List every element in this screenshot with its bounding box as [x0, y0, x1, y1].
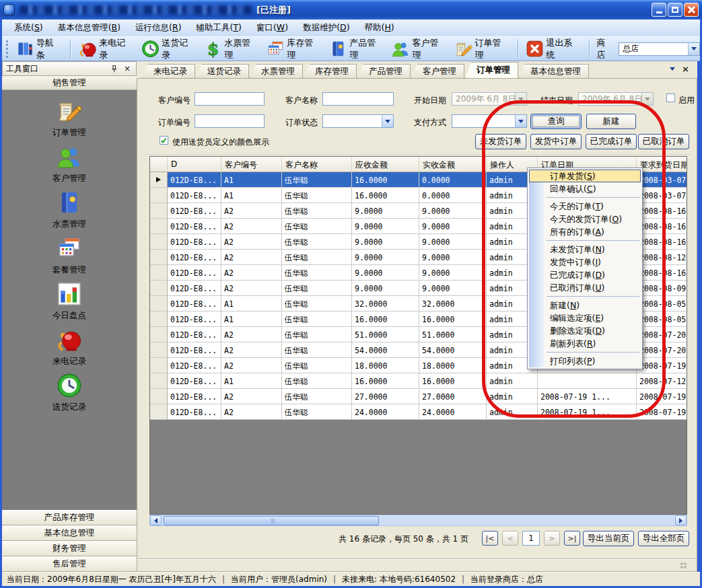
order-status-select[interactable]: [322, 114, 394, 128]
maximize-button[interactable]: [668, 3, 682, 17]
table-cell[interactable]: 2008-07-19 1...: [538, 389, 637, 404]
table-cell[interactable]: 伍华聪: [282, 296, 352, 311]
toolbar-button-dollar[interactable]: $水票管理: [201, 36, 262, 63]
context-menu-item[interactable]: 今天的发货订单(O): [529, 213, 641, 225]
table-cell[interactable]: 012D-E8...: [168, 265, 221, 281]
menubar-item[interactable]: 基本信息管理(B): [51, 20, 127, 36]
tab-delivery-records[interactable]: 送货记录: [196, 64, 249, 78]
row-selector-cell[interactable]: [150, 327, 168, 342]
table-cell[interactable]: 9.0000: [419, 265, 487, 281]
table-cell[interactable]: 51.0000: [352, 327, 419, 342]
end-date-picker[interactable]: 2009年 6月 8日: [578, 92, 654, 106]
table-cell[interactable]: 18.0000: [352, 358, 419, 373]
table-cell[interactable]: 9.0000: [419, 219, 487, 234]
status-filter-button-3[interactable]: 已取消订单: [638, 134, 689, 149]
close-tab-icon[interactable]: ×: [682, 64, 689, 74]
horizontal-scrollbar[interactable]: [149, 515, 687, 526]
export-all-pages-button[interactable]: 导出全部页: [638, 531, 689, 546]
chevron-down-icon[interactable]: [670, 67, 675, 71]
table-column-header[interactable]: 客户名称: [282, 157, 352, 172]
table-cell[interactable]: 24.0000: [352, 404, 419, 420]
sidebar-item-book[interactable]: 水票管理: [52, 190, 86, 230]
table-cell[interactable]: 012D-E8...: [168, 389, 221, 404]
table-cell[interactable]: 012D-E8...: [168, 327, 221, 342]
table-cell[interactable]: 伍华聪: [282, 188, 352, 203]
context-menu-item[interactable]: 已完成订单(D): [529, 268, 641, 281]
table-cell[interactable]: 012D-E8...: [168, 250, 221, 265]
toolbar-button-calendar[interactable]: 库存管理: [263, 36, 324, 63]
table-cell[interactable]: A1: [221, 311, 282, 327]
table-cell[interactable]: 伍华聪: [282, 250, 352, 265]
query-button[interactable]: 查询: [530, 114, 582, 129]
chevron-down-icon[interactable]: [515, 93, 526, 105]
table-cell[interactable]: 012D-E8...: [168, 373, 221, 389]
table-cell[interactable]: A1: [221, 172, 282, 188]
table-cell[interactable]: 16.0000: [352, 373, 419, 389]
table-cell[interactable]: 012D-E8...: [168, 342, 221, 358]
table-cell[interactable]: 2008-08-05 2...: [637, 311, 687, 327]
table-cell[interactable]: A2: [221, 281, 282, 296]
table-cell[interactable]: 012D-E8...: [168, 358, 221, 373]
table-cell[interactable]: 伍华聪: [282, 389, 352, 404]
close-button[interactable]: [684, 3, 699, 17]
table-cell[interactable]: 2008-07-19 7:59: [637, 358, 687, 373]
context-menu-item[interactable]: 新建(N): [529, 299, 641, 311]
table-cell[interactable]: 2008-08-16 1...: [637, 265, 687, 281]
table-cell[interactable]: 2008-03-07 2...: [637, 172, 687, 188]
table-cell[interactable]: [538, 373, 637, 389]
table-cell[interactable]: 9.0000: [352, 234, 419, 250]
table-cell[interactable]: 9.0000: [352, 203, 419, 219]
table-cell[interactable]: admin: [487, 404, 538, 420]
row-selector-cell[interactable]: [150, 311, 168, 327]
context-menu-item[interactable]: 编辑选定项(E): [529, 311, 641, 324]
table-cell[interactable]: 27.0000: [419, 389, 487, 404]
table-cell[interactable]: 2008-08-09 2...: [637, 281, 687, 296]
table-cell[interactable]: A2: [221, 327, 282, 342]
export-current-page-button[interactable]: 导出当前页: [583, 531, 634, 546]
minimize-button[interactable]: [652, 3, 666, 17]
status-filter-button-1[interactable]: 发货中订单: [530, 134, 582, 149]
table-cell[interactable]: 9.0000: [352, 250, 419, 265]
toolbar-button-people[interactable]: 客户管理: [388, 36, 450, 63]
menubar-item[interactable]: 数据维护(D): [296, 20, 356, 36]
context-menu-item[interactable]: 删除选定项(D): [529, 324, 641, 337]
table-cell[interactable]: 伍华聪: [282, 265, 352, 281]
start-date-picker[interactable]: 2009年 6月 8日: [452, 92, 527, 106]
table-cell[interactable]: 2008-08-05 2...: [637, 296, 687, 311]
table-cell[interactable]: admin: [487, 373, 538, 389]
table-cell[interactable]: 伍华聪: [282, 342, 352, 358]
table-cell[interactable]: 16.0000: [352, 188, 419, 203]
row-selector-cell[interactable]: [150, 389, 168, 404]
tab-basic-info[interactable]: 基本信息管理: [519, 64, 589, 78]
table-cell[interactable]: 2008-03-07 2...: [637, 188, 687, 203]
table-cell[interactable]: A2: [221, 250, 282, 265]
table-cell[interactable]: 9.0000: [352, 265, 419, 281]
table-cell[interactable]: 9.0000: [352, 219, 419, 234]
context-menu-item[interactable]: 所有的订单(A): [529, 225, 641, 238]
toolbar-button-order[interactable]: 订单管理: [451, 36, 512, 63]
context-menu-item[interactable]: 刷新列表(R): [529, 337, 641, 350]
page-number-input[interactable]: [522, 531, 540, 546]
row-selector-cell[interactable]: [150, 250, 168, 265]
toolbar-button-exit[interactable]: 退出系统: [522, 36, 584, 63]
status-filter-button-2[interactable]: 已完成订单: [586, 134, 637, 149]
chevron-down-icon[interactable]: [688, 43, 699, 55]
table-cell[interactable]: A1: [221, 188, 282, 203]
sidebar-section-bar[interactable]: 财务管理: [2, 541, 137, 556]
table-cell[interactable]: 伍华聪: [282, 404, 352, 420]
table-column-header[interactable]: 要求到货日期: [637, 157, 687, 172]
table-cell[interactable]: 2008-08-16 1...: [637, 219, 687, 234]
table-cell[interactable]: 012D-E8...: [168, 296, 221, 311]
status-filter-button-0[interactable]: 未发货订单: [475, 134, 526, 149]
table-column-header[interactable]: 客户编号: [221, 157, 282, 172]
sidebar-item-calendar[interactable]: 套餐管理: [52, 235, 86, 276]
tab-orders[interactable]: 订单管理: [465, 62, 518, 78]
table-cell[interactable]: 012D-E8...: [168, 219, 221, 234]
row-selector-cell[interactable]: [150, 281, 168, 296]
row-selector-cell[interactable]: [150, 188, 168, 203]
menubar-item[interactable]: 运行信息(R): [129, 20, 188, 36]
sidebar-section-sales[interactable]: 销售管理: [2, 76, 137, 90]
scroll-left-icon[interactable]: [150, 515, 162, 525]
table-cell[interactable]: 伍华聪: [282, 172, 352, 188]
row-selector-cell[interactable]: [150, 404, 168, 420]
